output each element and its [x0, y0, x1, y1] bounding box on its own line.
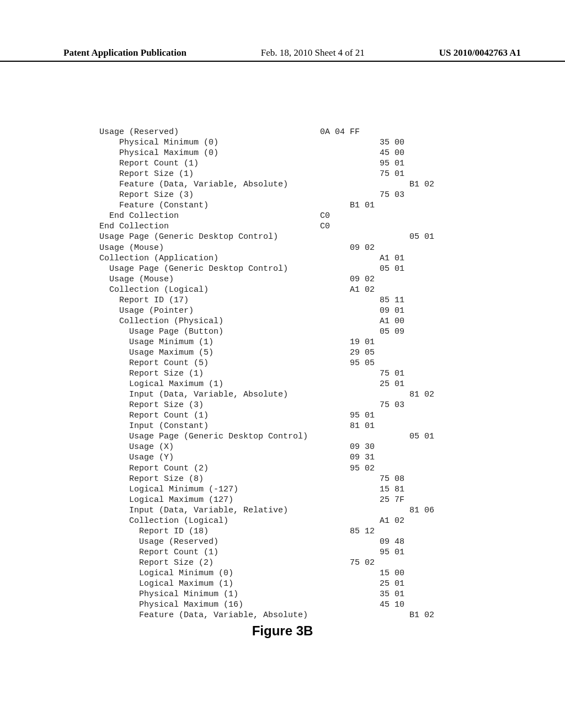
line-hex: 05 01 — [320, 232, 463, 242]
page-header: Patent Application Publication Feb. 18, … — [0, 47, 565, 62]
line-text: Usage (Reserved) — [99, 127, 320, 137]
listing-line: Feature (Constant) B1 01 — [99, 200, 463, 211]
line-text: Usage (Pointer) — [99, 306, 320, 316]
line-text: Report Size (1) — [99, 169, 320, 179]
listing-line: Report Size (2) 75 02 — [99, 558, 463, 568]
line-hex: 81 01 — [320, 421, 463, 431]
listing-line: Usage (Pointer) 09 01 — [99, 306, 463, 316]
line-text: Usage Maximum (5) — [99, 347, 320, 358]
line-text: Physical Minimum (1) — [99, 589, 320, 599]
listing-line: Report ID (18) 85 12 — [99, 526, 463, 537]
listing-line: Report Count (5) 95 05 — [99, 358, 463, 368]
listing-line: Collection (Logical) A1 02 — [99, 285, 463, 295]
line-hex: 75 08 — [320, 474, 463, 484]
line-text: Collection (Logical) — [99, 285, 320, 295]
listing-line: Usage (Mouse) 09 02 — [99, 243, 463, 253]
line-hex: 25 01 — [320, 379, 463, 389]
listing-line: Usage (Mouse) 09 02 — [99, 274, 463, 285]
line-hex: A1 02 — [320, 285, 463, 295]
line-text: Report Count (1) — [99, 410, 320, 421]
line-hex: 35 00 — [320, 137, 463, 148]
line-hex: 95 01 — [320, 410, 463, 421]
line-text: Usage Page (Generic Desktop Control) — [99, 431, 320, 442]
line-hex: A1 01 — [320, 253, 463, 264]
line-text: Report ID (17) — [99, 295, 320, 306]
line-hex: 45 00 — [320, 148, 463, 158]
line-text: Report Size (1) — [99, 368, 320, 379]
line-text: Logical Maximum (127) — [99, 495, 320, 505]
line-text: Input (Constant) — [99, 421, 320, 431]
listing-line: Logical Maximum (127) 25 7F — [99, 495, 463, 505]
line-hex: 09 01 — [320, 306, 463, 316]
line-text: Input (Data, Variable, Relative) — [99, 505, 320, 516]
line-text: Collection (Physical) — [99, 316, 320, 326]
line-hex: 09 02 — [320, 243, 463, 253]
listing-line: Report Size (1) 75 01 — [99, 169, 463, 179]
listing-line: Usage Page (Button) 05 09 — [99, 326, 463, 337]
line-hex: 95 01 — [320, 158, 463, 169]
line-hex: 09 48 — [320, 537, 463, 547]
line-hex: 29 05 — [320, 347, 463, 358]
listing-line: Feature (Data, Variable, Absolute) B1 02 — [99, 610, 463, 620]
listing-line: Report Size (3) 75 03 — [99, 400, 463, 410]
line-text: Feature (Data, Variable, Absolute) — [99, 610, 320, 620]
line-hex: 05 01 — [320, 431, 463, 442]
listing-line: End CollectionC0 — [99, 211, 463, 221]
listing-line: Collection (Physical) A1 00 — [99, 316, 463, 326]
line-hex: 25 7F — [320, 495, 463, 505]
line-text: End Collection — [99, 211, 320, 221]
line-text: Usage Minimum (1) — [99, 337, 320, 347]
line-text: Report Count (1) — [99, 158, 320, 169]
line-text: Usage Page (Generic Desktop Control) — [99, 264, 320, 274]
line-text: Usage (Mouse) — [99, 274, 320, 285]
line-text: Collection (Logical) — [99, 516, 320, 526]
listing-line: Report Size (3) 75 03 — [99, 190, 463, 200]
listing-line: Usage (Reserved)0A 04 FF — [99, 127, 463, 137]
header-right: US 2010/0042763 A1 — [439, 47, 521, 58]
line-text: Report Size (8) — [99, 474, 320, 484]
listing-line: Feature (Data, Variable, Absolute) B1 02 — [99, 179, 463, 190]
listing-line: Collection (Logical) A1 02 — [99, 516, 463, 526]
line-text: Collection (Application) — [99, 253, 320, 264]
listing-line: Usage (Y) 09 31 — [99, 452, 463, 463]
line-hex: 75 03 — [320, 190, 463, 200]
line-hex: B1 02 — [320, 610, 463, 620]
listing-line: Report Size (1) 75 01 — [99, 368, 463, 379]
line-hex: B1 02 — [320, 179, 463, 190]
line-hex: 35 01 — [320, 589, 463, 599]
line-hex: 75 03 — [320, 400, 463, 410]
line-text: Usage (X) — [99, 442, 320, 452]
line-text: Usage Page (Button) — [99, 326, 320, 337]
line-text: Usage Page (Generic Desktop Control) — [99, 232, 320, 242]
listing-line: Report Count (1) 95 01 — [99, 158, 463, 169]
listing-line: Report Count (2) 95 02 — [99, 463, 463, 474]
listing-line: Usage Minimum (1) 19 01 — [99, 337, 463, 347]
listing-line: Logical Minimum (-127) 15 81 — [99, 484, 463, 495]
line-text: Report Count (1) — [99, 547, 320, 558]
line-text: Report Size (3) — [99, 190, 320, 200]
hid-descriptor-listing: Usage (Reserved)0A 04 FF Physical Minimu… — [99, 127, 463, 620]
listing-line: Physical Minimum (0) 35 00 — [99, 137, 463, 148]
line-hex: 95 01 — [320, 547, 463, 558]
line-text: Feature (Data, Variable, Absolute) — [99, 179, 320, 190]
listing-line: End CollectionC0 — [99, 221, 463, 232]
listing-line: Physical Maximum (16) 45 10 — [99, 599, 463, 610]
figure-caption: Figure 3B — [0, 623, 565, 639]
line-hex: C0 — [320, 221, 463, 232]
line-text: Report Count (2) — [99, 463, 320, 474]
line-hex: 15 81 — [320, 484, 463, 495]
listing-line: Report Count (1) 95 01 — [99, 547, 463, 558]
line-hex: 09 31 — [320, 452, 463, 463]
line-hex: 05 09 — [320, 326, 463, 337]
line-text: End Collection — [99, 221, 320, 232]
line-text: Physical Maximum (16) — [99, 599, 320, 610]
line-text: Logical Minimum (-127) — [99, 484, 320, 495]
line-hex: C0 — [320, 211, 463, 221]
line-text: Usage (Mouse) — [99, 243, 320, 253]
line-text: Report Size (3) — [99, 400, 320, 410]
line-hex: A1 00 — [320, 316, 463, 326]
line-hex: 0A 04 FF — [320, 127, 463, 137]
listing-line: Usage Page (Generic Desktop Control) 05 … — [99, 232, 463, 242]
listing-line: Input (Data, Variable, Absolute) 81 02 — [99, 389, 463, 400]
listing-line: Report Size (8) 75 08 — [99, 474, 463, 484]
